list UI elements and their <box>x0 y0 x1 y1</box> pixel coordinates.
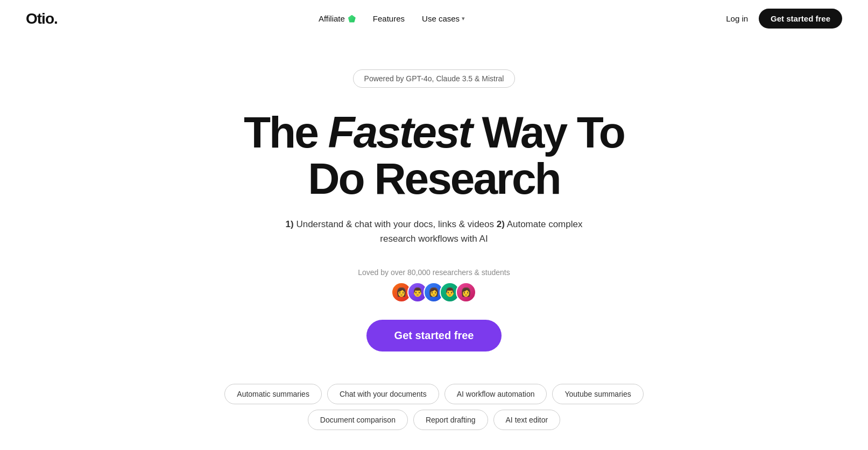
get-started-hero-button[interactable]: Get started free <box>366 320 502 351</box>
features-label: Features <box>373 14 405 23</box>
login-link[interactable]: Log in <box>726 14 748 23</box>
social-proof-text: Loved by over 80,000 researchers & stude… <box>358 268 510 277</box>
navigation: Otio. Affiliate Features Use cases ▾ Log… <box>0 0 868 37</box>
subtitle-text1: Understand & chat with your docs, links … <box>296 219 496 229</box>
social-proof: Loved by over 80,000 researchers & stude… <box>358 268 510 303</box>
hero-title: The Fastest Way ToDo Research <box>244 109 624 202</box>
get-started-nav-button[interactable]: Get started free <box>759 9 842 29</box>
subtitle-step2: 2) <box>497 219 505 229</box>
feature-pill[interactable]: Automatic summaries <box>224 384 322 404</box>
logo-text: Otio. <box>26 10 58 27</box>
hero-section: Powered by GPT-4o, Claude 3.5 & Mistral … <box>0 37 868 450</box>
avatar-group: 👩 👨 👩 👨 👩 <box>391 282 476 303</box>
feature-pills-container: Automatic summariesChat with your docume… <box>192 384 676 430</box>
nav-right: Log in Get started free <box>726 9 842 29</box>
avatar: 👩 <box>456 282 476 303</box>
feature-pill[interactable]: AI text editor <box>493 410 561 430</box>
features-link[interactable]: Features <box>373 14 405 23</box>
feature-pill[interactable]: Report drafting <box>413 410 488 430</box>
feature-pill[interactable]: AI workflow automation <box>444 384 547 404</box>
affiliate-link[interactable]: Affiliate <box>319 14 356 23</box>
hero-subtitle: 1) Understand & chat with your docs, lin… <box>273 217 596 246</box>
hero-title-part1: The <box>244 108 328 157</box>
powered-badge: Powered by GPT-4o, Claude 3.5 & Mistral <box>353 69 516 88</box>
get-started-nav-label: Get started free <box>771 14 830 23</box>
chevron-down-icon: ▾ <box>462 15 465 22</box>
gem-icon <box>348 15 356 23</box>
use-cases-link[interactable]: Use cases ▾ <box>422 14 465 23</box>
feature-pill[interactable]: Chat with your documents <box>327 384 439 404</box>
logo[interactable]: Otio. <box>26 10 58 27</box>
subtitle-step1: 1) <box>286 219 294 229</box>
feature-pill[interactable]: Youtube summaries <box>552 384 643 404</box>
powered-badge-text: Powered by GPT-4o, Claude 3.5 & Mistral <box>364 74 504 83</box>
hero-title-italic: Fastest <box>328 108 471 157</box>
feature-pill[interactable]: Document comparison <box>308 410 408 430</box>
affiliate-label: Affiliate <box>319 14 345 23</box>
get-started-hero-label: Get started free <box>394 329 474 341</box>
use-cases-label: Use cases <box>422 14 460 23</box>
login-label: Log in <box>726 14 748 23</box>
nav-center: Affiliate Features Use cases ▾ <box>319 14 465 23</box>
